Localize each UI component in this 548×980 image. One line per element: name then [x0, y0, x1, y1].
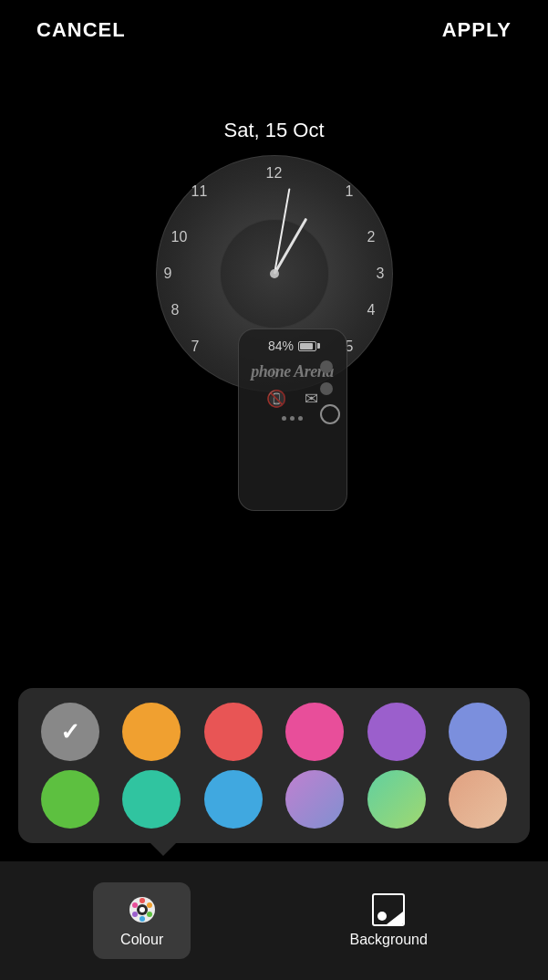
- color-swatch-green[interactable]: [41, 770, 99, 829]
- color-swatch-gradient-pink[interactable]: [285, 770, 344, 829]
- color-swatch-teal[interactable]: [122, 770, 181, 829]
- svg-point-3: [147, 912, 152, 917]
- date-label: Sat, 15 Oct: [0, 119, 548, 142]
- svg-point-8: [140, 907, 145, 912]
- side-dot-2: [320, 382, 333, 395]
- color-palette-panel: [18, 688, 530, 843]
- header: CANCEL APPLY: [0, 0, 548, 60]
- color-swatch-pink[interactable]: [285, 703, 344, 761]
- battery-percentage: 84%: [268, 339, 294, 353]
- color-swatch-coral[interactable]: [204, 703, 263, 761]
- palette-row-2: [29, 770, 519, 829]
- colour-tab-label: Colour: [120, 932, 163, 948]
- color-swatch-blue[interactable]: [204, 770, 263, 829]
- background-icon: [372, 893, 405, 926]
- color-swatch-gradient-teal[interactable]: [367, 770, 426, 829]
- apply-button[interactable]: APPLY: [442, 18, 512, 42]
- colour-tab-icon: [126, 893, 159, 926]
- phone-icons-row: 📵 ✉: [266, 389, 318, 409]
- side-dot-1: [320, 360, 333, 373]
- color-swatch-lavender[interactable]: [449, 703, 507, 761]
- battery-icon: [298, 341, 316, 351]
- svg-point-1: [140, 898, 145, 903]
- clock-center-dot: [270, 269, 279, 278]
- background-tab-label: Background: [349, 932, 427, 948]
- color-swatch-purple[interactable]: [367, 703, 426, 761]
- color-swatch-orange[interactable]: [122, 703, 181, 761]
- svg-point-5: [132, 912, 138, 917]
- cancel-button[interactable]: CANCEL: [36, 18, 126, 42]
- svg-point-2: [147, 902, 152, 908]
- missed-call-icon: 📵: [266, 389, 286, 409]
- bottom-tab-bar: Colour Background: [0, 861, 548, 980]
- color-swatch-gray[interactable]: [41, 703, 99, 761]
- svg-point-4: [140, 916, 145, 922]
- battery-fill: [300, 343, 313, 349]
- phone-dots: [282, 416, 303, 421]
- palette-row-1: [29, 703, 519, 761]
- phone-dot-1: [282, 416, 286, 421]
- background-tab-icon: [372, 893, 405, 926]
- tab-background[interactable]: Background: [322, 882, 454, 959]
- svg-point-6: [132, 902, 138, 908]
- battery-row: 84%: [268, 339, 316, 353]
- tab-colour[interactable]: Colour: [93, 882, 191, 959]
- phone-dot-3: [298, 416, 303, 421]
- color-swatch-gradient-peach[interactable]: [449, 770, 507, 829]
- phone-dot-2: [290, 416, 295, 421]
- side-dots: [320, 360, 340, 424]
- message-icon: ✉: [305, 389, 318, 409]
- side-dot-3: [320, 404, 340, 424]
- palette-svg-icon: [126, 893, 159, 926]
